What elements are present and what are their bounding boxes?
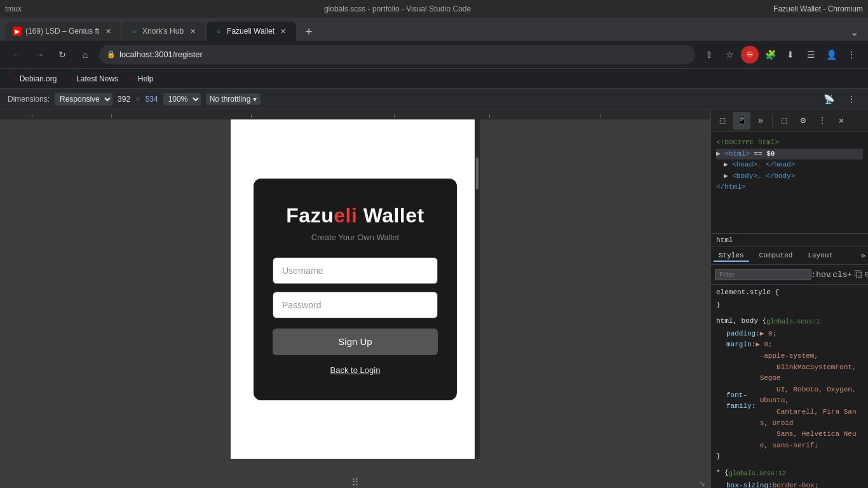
- main-layout: Fazueli Wallet Create Your Own Wallet Si…: [0, 109, 868, 488]
- copy-styles-button[interactable]: ⿻: [855, 268, 863, 281]
- register-form-card: Fazueli Wallet Create Your Own Wallet Si…: [254, 179, 457, 400]
- globals-scss-1-link[interactable]: globals.scss:1: [766, 317, 820, 327]
- brand-suffix: Wallet: [357, 204, 424, 227]
- titlebar-right: Fazueli Wallet - Chromium: [773, 4, 863, 13]
- bookmark-bar: ○ Debian.org ○ Latest News ○ Help: [0, 69, 868, 89]
- tab-youtube-close[interactable]: ✕: [103, 26, 113, 36]
- throttle-label: No throttling: [210, 95, 251, 104]
- inspect-button[interactable]: ⬚: [714, 112, 731, 130]
- tab-fazueli[interactable]: ○ Fazueli Wallet ✕: [207, 22, 296, 41]
- signup-button[interactable]: Sign Up: [273, 329, 438, 355]
- cls-button[interactable]: .cls: [831, 268, 844, 281]
- brand-highlight: eli: [334, 204, 357, 227]
- password-input[interactable]: [273, 292, 438, 318]
- head-line[interactable]: ▶ <head> ​…​ </head>: [716, 159, 863, 171]
- back-to-login-link[interactable]: Back to Login: [330, 365, 381, 375]
- star-rule: * { globals.scss:12 box-sizing: border-b…: [716, 468, 863, 488]
- resize-bottom[interactable]: ⠿: [351, 478, 359, 488]
- resize-corner[interactable]: ↘: [699, 479, 705, 488]
- more-options[interactable]: ⋮: [813, 112, 831, 130]
- styles-filter-input[interactable]: [715, 269, 811, 280]
- more-tabs-button[interactable]: »: [752, 112, 770, 130]
- titlebar-left: tmux: [5, 4, 22, 13]
- device-toggle-button[interactable]: 📱: [733, 112, 750, 130]
- settings-tab[interactable]: ⚙: [794, 112, 812, 130]
- lock-icon: 🔒: [107, 50, 116, 58]
- brand-subtitle: Create Your Own Wallet: [311, 233, 399, 242]
- bookmark-button[interactable]: ☆: [721, 46, 738, 64]
- body-line[interactable]: ▶ <body> ​…​ </body>: [716, 171, 863, 182]
- new-tab-button[interactable]: +: [300, 23, 318, 41]
- sensor-icon[interactable]: 📡: [820, 90, 837, 108]
- dim-x: ×: [135, 94, 140, 104]
- throttle-select[interactable]: No throttling ▾: [206, 93, 261, 105]
- padding-prop: padding:: [716, 329, 760, 340]
- download-alt-button[interactable]: ⬇: [782, 46, 799, 64]
- extension-button[interactable]: ⛔: [741, 46, 759, 64]
- devtools-panel: ⬚ 📱 » ⬚ ⚙ ⋮ ✕ <!DOCTYPE html> ▶ <html> =…: [710, 109, 868, 488]
- styles-tab-computed[interactable]: Computed: [754, 250, 798, 262]
- styles-tab-styles[interactable]: Styles: [714, 250, 749, 262]
- element-style-selector: element.style {: [716, 287, 779, 299]
- devtools-right-actions: 📡 ⋮: [820, 90, 860, 108]
- margin-prop: margin:: [716, 339, 756, 351]
- puzzle-button[interactable]: 🧩: [761, 46, 779, 64]
- forward-button[interactable]: →: [31, 46, 48, 64]
- share-button[interactable]: ⇧: [700, 46, 718, 64]
- brand-prefix: Fazu: [286, 204, 334, 227]
- doctype-line: <!DOCTYPE html>: [716, 137, 863, 149]
- ruler-horizontal: [0, 109, 710, 119]
- bookmark-debian[interactable]: ○ Debian.org: [8, 73, 62, 85]
- tab-fazueli-title: Fazueli Wallet: [227, 27, 275, 36]
- sidebar-button[interactable]: ☰: [802, 46, 820, 64]
- user-button[interactable]: 👤: [822, 46, 840, 64]
- tab-xnork[interactable]: ○ Xnork's Hub ✕: [122, 22, 205, 41]
- brand-title: Fazueli Wallet: [286, 204, 424, 227]
- tab-fazueli-close[interactable]: ✕: [278, 26, 288, 36]
- close-devtools[interactable]: ✕: [832, 112, 850, 130]
- toolbar-separator-1: [772, 114, 773, 127]
- fazueli-favicon: ○: [214, 27, 223, 36]
- elements-tab[interactable]: ⬚: [775, 112, 793, 130]
- styles-filter-row: :hov .cls + ⿻ ⊟: [711, 265, 868, 285]
- html-element-line[interactable]: ▶ <html> == $0: [716, 149, 863, 160]
- zoom-select[interactable]: 100%: [163, 93, 201, 105]
- viewport-height[interactable]: 534: [146, 95, 158, 104]
- styles-content: element.style { } html, body { globals.s…: [711, 285, 868, 488]
- html-body-selector: html, body {: [716, 316, 766, 327]
- address-input-wrap[interactable]: 🔒 localhost:3001/register: [99, 45, 695, 64]
- devtools-more[interactable]: ⋮: [843, 90, 860, 108]
- dimensions-select[interactable]: Responsive: [55, 93, 112, 105]
- html-close-line: </html>: [716, 182, 863, 193]
- menu-button[interactable]: ⋮: [843, 46, 860, 64]
- head-triangle[interactable]: ▶: [724, 161, 728, 168]
- tab-xnork-close[interactable]: ✕: [187, 26, 198, 36]
- bookmark-latest-news[interactable]: ○ Latest News: [64, 73, 123, 85]
- toggle-styles-button[interactable]: ⊟: [865, 268, 868, 281]
- element-style-rule: element.style { }: [716, 287, 863, 311]
- globals-scss-12-link[interactable]: globals.scss:12: [729, 469, 786, 479]
- font-family-prop: font-family:: [716, 390, 760, 412]
- selected-element-label: html: [711, 234, 868, 247]
- add-rule-button[interactable]: +: [847, 268, 852, 281]
- username-input[interactable]: [273, 257, 438, 284]
- styles-tabs: Styles Computed Layout »: [711, 247, 868, 265]
- html-tree: <!DOCTYPE html> ▶ <html> == $0 ▶ <head> …: [711, 132, 868, 233]
- bookmark-help[interactable]: ○ Help: [126, 73, 158, 85]
- body-triangle[interactable]: ▶: [724, 172, 728, 180]
- tab-youtube[interactable]: ▶ (169) LSD – Genius ft ✕: [5, 22, 121, 41]
- back-button[interactable]: ←: [8, 46, 25, 64]
- styles-tab-more[interactable]: »: [861, 252, 865, 261]
- bookmark-help-label: Help: [138, 74, 154, 83]
- tab-bar: ▶ (169) LSD – Genius ft ✕ ○ Xnork's Hub …: [0, 18, 868, 41]
- tab-more-button[interactable]: ⌄: [845, 23, 863, 41]
- html-triangle[interactable]: ▶: [716, 150, 721, 158]
- devtools-toolbar: ⬚ 📱 » ⬚ ⚙ ⋮ ✕: [711, 109, 868, 132]
- scrollbar[interactable]: [475, 119, 480, 459]
- address-text: localhost:3001/register: [119, 50, 203, 59]
- hov-button[interactable]: :hov: [814, 268, 828, 281]
- latest-news-icon: ○: [69, 75, 74, 83]
- home-button[interactable]: ⌂: [76, 46, 94, 64]
- styles-tab-layout[interactable]: Layout: [803, 250, 838, 262]
- reload-button[interactable]: ↻: [53, 46, 71, 64]
